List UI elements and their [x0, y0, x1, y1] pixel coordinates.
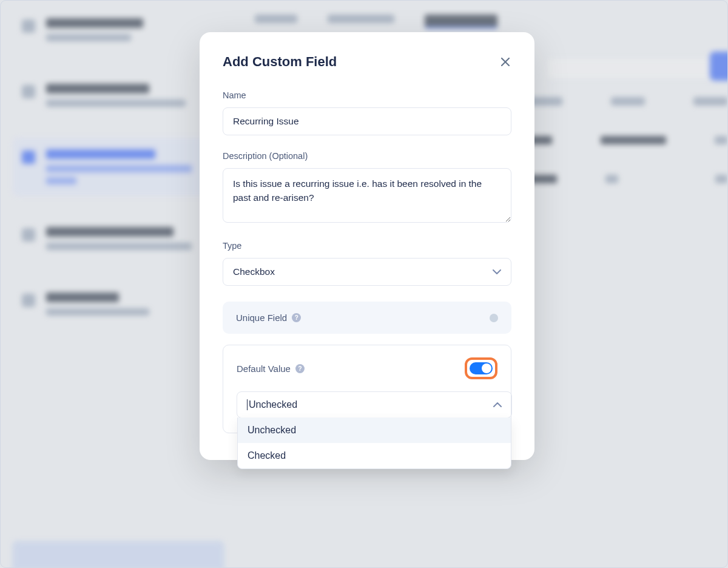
type-label: Type	[223, 241, 511, 251]
add-custom-field-modal: Add Custom Field Name Description (Optio…	[200, 32, 534, 460]
description-input[interactable]	[223, 168, 511, 223]
type-value: Checkbox	[233, 266, 275, 277]
option-checked[interactable]: Checked	[238, 443, 511, 468]
name-input[interactable]	[223, 107, 511, 135]
default-value-select[interactable]: Unchecked	[237, 392, 511, 418]
option-unchecked[interactable]: Unchecked	[238, 418, 511, 443]
type-field-group: Type Checkbox	[223, 241, 511, 286]
description-label: Description (Optional)	[223, 151, 511, 161]
default-value-card: Default Value ? Unchecked Unchecked Chec…	[223, 345, 511, 433]
default-value-selected: Unchecked	[247, 399, 297, 410]
chevron-up-icon	[493, 402, 502, 407]
name-field-group: Name	[223, 90, 511, 135]
description-field-group: Description (Optional)	[223, 151, 511, 225]
close-button[interactable]	[499, 56, 511, 68]
default-value-header: Default Value ?	[237, 357, 497, 379]
close-icon	[501, 58, 510, 66]
help-icon[interactable]: ?	[292, 313, 301, 322]
modal-header: Add Custom Field	[223, 54, 511, 70]
name-label: Name	[223, 90, 511, 100]
help-icon[interactable]: ?	[295, 364, 305, 373]
chevron-down-icon	[493, 269, 501, 274]
default-value-dropdown: Unchecked Checked	[237, 418, 511, 469]
default-value-combo: Unchecked Unchecked Checked	[237, 391, 512, 418]
unique-field-indicator[interactable]	[490, 314, 498, 322]
unique-field-label: Unique Field ?	[236, 313, 301, 323]
toggle-knob	[482, 363, 491, 373]
modal-title: Add Custom Field	[223, 54, 337, 70]
default-value-label: Default Value ?	[237, 363, 305, 374]
default-value-toggle[interactable]	[470, 362, 493, 374]
toggle-highlight	[465, 357, 497, 379]
unique-field-card: Unique Field ?	[223, 302, 511, 334]
type-select[interactable]: Checkbox	[223, 258, 511, 286]
